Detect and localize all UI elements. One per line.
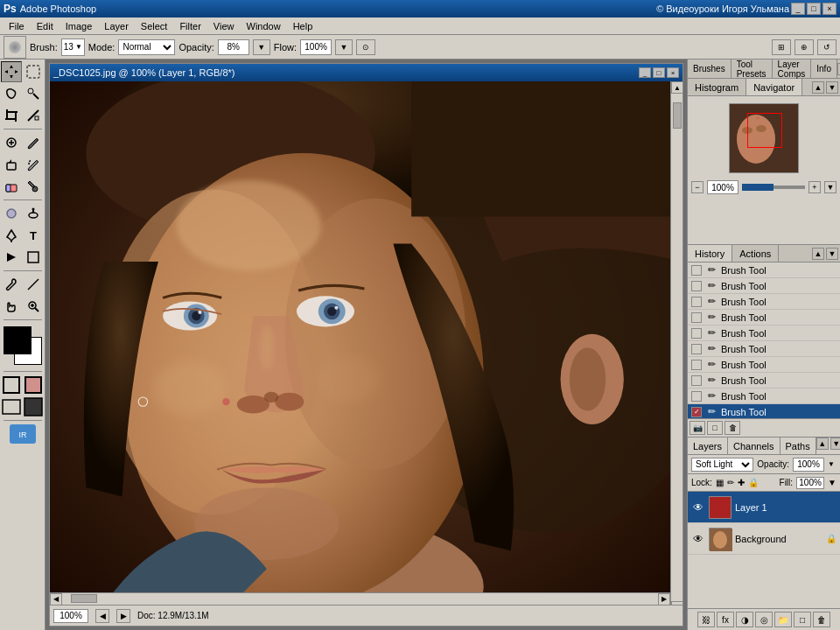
zoom-in-small-btn[interactable]: + [808, 181, 821, 193]
nav-menu-btn[interactable]: ▼ [826, 81, 838, 94]
tab-actions[interactable]: Actions [732, 245, 779, 262]
flow-arrow-btn[interactable]: ▼ [335, 39, 353, 55]
history-item-5[interactable]: ✏ Brush Tool [688, 341, 840, 357]
history-item-1[interactable]: ✏ Brush Tool [688, 278, 840, 294]
magic-wand-tool[interactable] [23, 83, 44, 104]
lock-image-icon[interactable]: ✏ [727, 478, 734, 487]
delete-state-btn[interactable]: 🗑 [724, 421, 740, 435]
document-title-bar[interactable]: _DSC1025.jpg @ 100% (Layer 1, RGB/8*) _ … [50, 64, 682, 81]
slice-tool[interactable] [23, 105, 44, 126]
history-checkbox-1[interactable] [691, 281, 702, 291]
eyedropper-tool[interactable] [1, 274, 22, 295]
airbrush-btn[interactable]: ⊙ [356, 39, 375, 55]
tab-layers[interactable]: Layers [688, 438, 728, 454]
tab-info[interactable]: Info [811, 60, 837, 78]
fg-color-swatch[interactable] [4, 326, 32, 354]
new-document-btn[interactable]: □ [707, 421, 723, 435]
nav-collapse-btn[interactable]: ▲ [812, 81, 824, 94]
history-collapse-btn[interactable]: ▲ [812, 248, 824, 260]
history-checkbox-3[interactable] [691, 312, 702, 323]
nav-view-box[interactable] [747, 113, 782, 148]
history-item-0[interactable]: ✏ Brush Tool [688, 262, 840, 278]
opacity-arrow-layers[interactable]: ▼ [828, 460, 836, 468]
zoom-out-btn[interactable]: ◀ [95, 609, 109, 623]
menu-view[interactable]: View [208, 20, 240, 32]
horizontal-scrollbar[interactable]: ◀ ▶ [50, 592, 670, 605]
maximize-button[interactable]: □ [807, 3, 821, 15]
history-checkbox-8[interactable] [691, 391, 702, 402]
history-checkbox-4[interactable] [691, 328, 702, 339]
history-checkbox-5[interactable] [691, 344, 702, 354]
vertical-scrollbar[interactable]: ▲ ▼ [670, 81, 682, 605]
quickmask-mode-btn[interactable] [23, 374, 44, 396]
scroll-thumb-v[interactable] [673, 102, 682, 129]
history-brush-tool[interactable] [23, 154, 44, 175]
delete-layer-btn[interactable]: 🗑 [813, 612, 830, 627]
brush-tool[interactable] [23, 132, 44, 153]
link-layers-btn[interactable]: ⛓ [697, 612, 715, 627]
new-snapshot-btn[interactable]: 📷 [690, 421, 705, 435]
nav-menu-small-btn[interactable]: ▼ [824, 181, 836, 193]
menu-window[interactable]: Window [242, 20, 286, 32]
nav-thumbnail[interactable] [729, 103, 799, 173]
scroll-left-btn[interactable]: ◀ [50, 593, 62, 606]
shape-tool[interactable] [23, 247, 44, 268]
color-swatches[interactable] [4, 326, 42, 365]
opacity-input-layers[interactable] [793, 458, 824, 472]
brush-preview[interactable] [4, 36, 26, 59]
layer-visibility-0[interactable]: 👁 [691, 500, 705, 514]
healing-brush-tool[interactable] [1, 132, 22, 153]
layer-mask-btn[interactable]: ◑ [736, 612, 753, 627]
layer-item-1[interactable]: 👁 Background 🔒 [688, 523, 840, 555]
clone-stamp-tool[interactable] [1, 154, 22, 175]
tab-channels[interactable]: Channels [728, 438, 780, 454]
imageready-btn[interactable]: IR [4, 424, 42, 444]
zoom-input[interactable] [53, 609, 88, 623]
scroll-thumb-h[interactable] [71, 594, 97, 603]
menu-select[interactable]: Select [136, 20, 173, 32]
scroll-up-btn[interactable]: ▲ [671, 81, 682, 94]
layer-item-0[interactable]: 👁 Layer 1 [688, 492, 840, 523]
opacity-input[interactable]: 8% [218, 39, 249, 55]
minimize-button[interactable]: _ [791, 3, 805, 15]
screen-mode-btn[interactable] [1, 396, 22, 417]
doc-minimize-btn[interactable]: _ [639, 67, 651, 78]
history-checkbox-0[interactable] [691, 265, 702, 276]
zoom-out-small-btn[interactable]: − [691, 181, 704, 193]
zoom-in-btn[interactable]: ▶ [116, 609, 130, 623]
menu-layer[interactable]: Layer [99, 20, 134, 32]
new-layer-btn[interactable]: □ [794, 612, 811, 627]
flow-input[interactable]: 100% [300, 39, 332, 55]
history-item-7[interactable]: ✏ Brush Tool [688, 373, 840, 388]
history-item-3[interactable]: ✏ Brush Tool [688, 310, 840, 326]
fullscreen-mode-btn[interactable] [23, 396, 44, 417]
layer-group-btn[interactable]: 📁 [774, 612, 792, 627]
menu-edit[interactable]: Edit [32, 20, 59, 32]
lock-all-icon[interactable]: 🔒 [748, 478, 759, 487]
hand-tool[interactable] [1, 296, 22, 317]
lock-position-icon[interactable]: ✚ [738, 478, 745, 487]
blur-tool[interactable] [1, 203, 22, 224]
opacity-arrow-btn[interactable]: ▼ [253, 39, 270, 55]
nav-zoom-input[interactable] [707, 180, 738, 194]
eraser-tool[interactable] [1, 176, 22, 197]
measure-tool[interactable] [23, 274, 44, 295]
fill-arrow[interactable]: ▼ [828, 478, 836, 487]
rotate-btn[interactable]: ↺ [817, 39, 836, 55]
standard-mode-btn[interactable] [1, 374, 22, 396]
history-item-2[interactable]: ✏ Brush Tool [688, 294, 840, 310]
tab-layer-comps[interactable]: Layer Comps [773, 60, 812, 78]
history-item-9[interactable]: ✓ ✏ Brush Tool [688, 404, 840, 418]
menu-file[interactable]: File [4, 20, 30, 32]
dodge-tool[interactable] [23, 203, 44, 224]
tab-histogram[interactable]: Histogram [688, 79, 746, 95]
brush-size-container[interactable]: 13 ▼ [61, 38, 85, 56]
crop-tool[interactable] [1, 105, 22, 126]
scroll-right-btn[interactable]: ▶ [658, 593, 670, 606]
brush-size-arrow[interactable]: ▼ [75, 43, 82, 51]
lasso-tool[interactable] [1, 83, 22, 104]
doc-restore-btn[interactable]: □ [653, 67, 665, 78]
fill-input-layers[interactable] [796, 477, 824, 489]
layer-visibility-1[interactable]: 👁 [691, 532, 705, 546]
mode-select[interactable]: Normal Soft Light Multiply [118, 39, 175, 55]
